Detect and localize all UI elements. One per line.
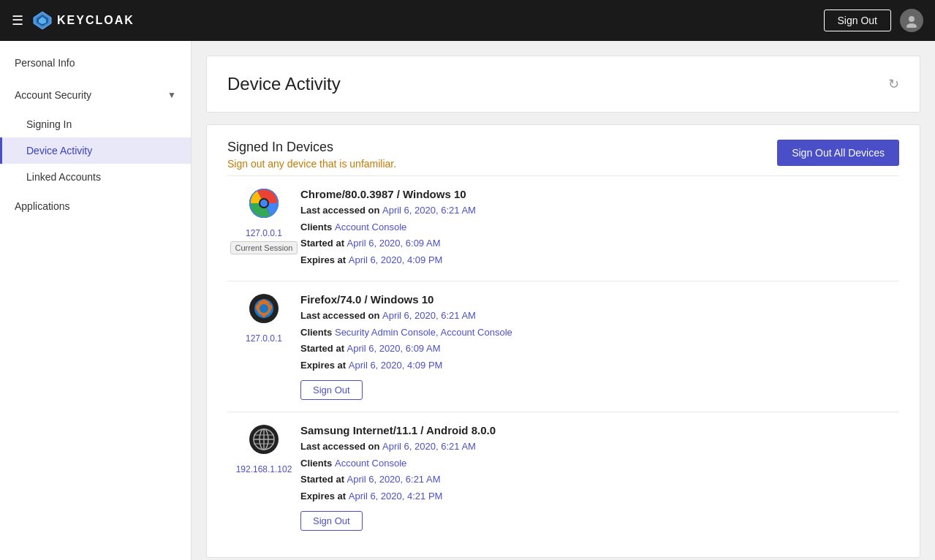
main-content: Device Activity ↻ Signed In Devices Sign… [192, 41, 935, 560]
hamburger-icon[interactable]: ☰ [12, 12, 23, 29]
sidebar-subitem-signing-in-label: Signing In [26, 118, 72, 130]
device-expires: Expires at April 6, 2020, 4:21 PM [300, 489, 899, 504]
device-expires: Expires at April 6, 2020, 4:09 PM [300, 253, 899, 268]
current-session-badge: Current Session [230, 241, 298, 254]
device-clients: Clients Account Console [300, 220, 899, 235]
sidebar-item-account-security-label: Account Security [15, 89, 91, 101]
device-icon-area: 127.0.0.1 [227, 293, 300, 344]
svg-point-4 [906, 23, 917, 28]
chevron-down-icon: ▼ [167, 90, 176, 100]
device-ip: 192.168.1.102 [236, 464, 292, 474]
global-signout-button[interactable]: Sign Out [824, 10, 891, 31]
device-row: 127.0.0.1 Firefox/74.0 / Windows 10 Last… [227, 281, 899, 412]
avatar[interactable] [900, 9, 923, 32]
signed-in-devices-subtitle: Sign out any device that is unfamiliar. [227, 158, 396, 170]
svg-point-8 [260, 200, 268, 207]
device-icon-area: 127.0.0.1 Current Session [227, 188, 300, 254]
device-ip: 127.0.0.1 [246, 228, 282, 238]
device-row: 192.168.1.102 Samsung Internet/11.1 / An… [227, 412, 899, 542]
device-started: Started at April 6, 2020, 6:09 AM [300, 236, 899, 251]
device-info: Samsung Internet/11.1 / Android 8.0.0 La… [300, 424, 899, 531]
sidebar-item-applications-label: Applications [15, 200, 70, 212]
device-last-accessed: Last accessed on April 6, 2020, 6:21 AM [300, 309, 899, 323]
svg-point-12 [260, 304, 268, 313]
sidebar: Personal Info Account Security ▼ Signing… [0, 41, 192, 560]
svg-point-3 [909, 16, 915, 22]
signout-all-devices-button[interactable]: Sign Out All Devices [777, 140, 899, 166]
signout-device-button[interactable]: Sign Out [300, 511, 363, 531]
layout: Personal Info Account Security ▼ Signing… [0, 41, 935, 560]
device-clients: Clients Security Admin Console, Account … [300, 325, 899, 340]
logo-text: KEYCLOAK [57, 14, 135, 27]
device-browser: Samsung Internet/11.1 / Android 8.0.0 [300, 424, 899, 436]
device-info: Firefox/74.0 / Windows 10 Last accessed … [300, 293, 899, 400]
page-title: Device Activity [227, 74, 341, 94]
device-browser: Firefox/74.0 / Windows 10 [300, 293, 899, 306]
device-started: Started at April 6, 2020, 6:21 AM [300, 472, 899, 487]
logo-area: KEYCLOAK [32, 10, 135, 31]
topnav: ☰ KEYCLOAK Sign Out [0, 0, 935, 41]
sidebar-subitem-device-activity[interactable]: Device Activity [0, 137, 191, 164]
sidebar-item-personal-info[interactable]: Personal Info [0, 47, 191, 79]
sidebar-item-applications[interactable]: Applications [0, 190, 191, 222]
device-clients: Clients Account Console [300, 456, 899, 471]
device-last-accessed: Last accessed on April 6, 2020, 6:21 AM [300, 203, 899, 218]
chrome-icon [249, 188, 279, 225]
signout-device-button[interactable]: Sign Out [300, 380, 363, 400]
sidebar-item-personal-info-label: Personal Info [15, 57, 75, 69]
page-header-card: Device Activity ↻ [206, 56, 920, 113]
sidebar-item-account-security[interactable]: Account Security ▼ [0, 79, 191, 111]
device-expires: Expires at April 6, 2020, 4:09 PM [300, 358, 899, 373]
sidebar-subitem-linked-accounts[interactable]: Linked Accounts [0, 164, 191, 190]
device-row: 127.0.0.1 Current Session Chrome/80.0.39… [227, 175, 899, 281]
topnav-left: ☰ KEYCLOAK [12, 10, 135, 31]
signed-in-devices-title: Signed In Devices [227, 140, 396, 155]
sidebar-subitem-signing-in[interactable]: Signing In [0, 111, 191, 137]
device-started: Started at April 6, 2020, 6:09 AM [300, 341, 899, 356]
globe-icon [249, 424, 279, 461]
device-ip: 127.0.0.1 [246, 333, 282, 344]
sidebar-subitem-linked-accounts-label: Linked Accounts [26, 171, 101, 183]
device-browser: Chrome/80.0.3987 / Windows 10 [300, 188, 899, 200]
devices-card: Signed In Devices Sign out any device th… [206, 124, 920, 558]
device-info: Chrome/80.0.3987 / Windows 10 Last acces… [300, 188, 899, 269]
devices-header: Signed In Devices Sign out any device th… [227, 140, 899, 170]
device-icon-area: 192.168.1.102 [227, 424, 300, 474]
sidebar-subitem-device-activity-label: Device Activity [26, 145, 92, 156]
logo-icon [32, 10, 53, 31]
devices-header-text: Signed In Devices Sign out any device th… [227, 140, 396, 170]
firefox-icon [249, 293, 279, 330]
topnav-right: Sign Out [824, 9, 923, 32]
refresh-icon[interactable]: ↻ [888, 76, 899, 92]
device-last-accessed: Last accessed on April 6, 2020, 6:21 AM [300, 439, 899, 454]
